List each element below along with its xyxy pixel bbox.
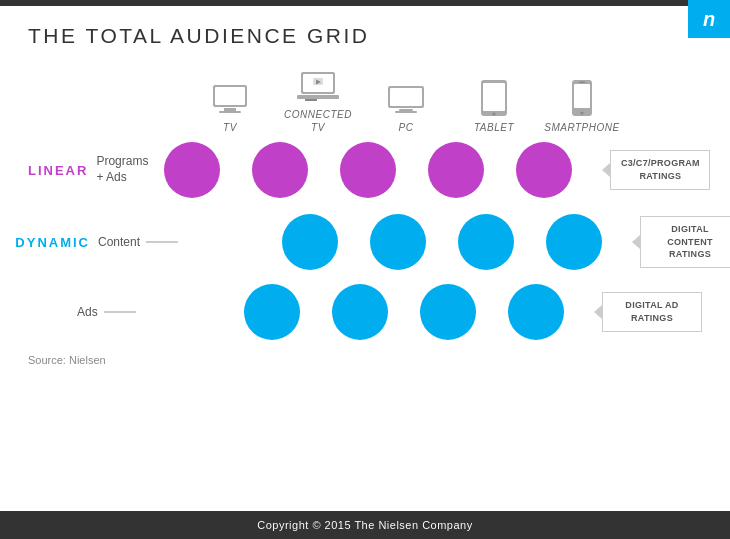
circle-ctv-content — [266, 214, 354, 270]
connected-tv-icon — [297, 70, 339, 104]
device-col-tv: TV — [186, 83, 274, 134]
tablet-icon — [479, 79, 509, 117]
circle-tv-linear — [148, 142, 236, 198]
device-label-pc: PC — [399, 121, 414, 134]
rating-tag-ads: DIGITAL AD RATINGS — [602, 292, 702, 331]
device-label-tablet: TABLET — [474, 121, 514, 134]
svg-rect-11 — [313, 99, 317, 101]
svg-point-18 — [493, 113, 496, 116]
svg-rect-1 — [215, 87, 245, 105]
linear-row-label: Programs+ Ads — [96, 154, 148, 185]
device-header-row: TV CONNECTEDTV — [186, 70, 702, 134]
pc-icon — [385, 83, 427, 117]
circle-ctv-ads — [228, 284, 316, 340]
circle-pc-ads — [316, 284, 404, 340]
svg-rect-20 — [574, 84, 590, 108]
circle-tv-ads — [140, 284, 228, 340]
svg-point-21 — [581, 112, 584, 115]
page-title: THE TOTAL AUDIENCE GRID — [28, 24, 702, 48]
svg-rect-2 — [224, 108, 236, 111]
circle-smartphone-ads — [492, 284, 580, 340]
svg-rect-10 — [309, 99, 313, 101]
device-col-connected-tv: CONNECTEDTV — [274, 70, 362, 134]
smartphone-icon — [571, 79, 593, 117]
linear-section: LINEAR Programs+ Ads — [28, 142, 702, 198]
circle-tablet-content — [442, 214, 530, 270]
svg-rect-22 — [579, 82, 585, 84]
circle-pc-content — [354, 214, 442, 270]
svg-rect-9 — [305, 99, 309, 101]
circle-pc-linear — [324, 142, 412, 198]
source-text: Source: Nielsen — [28, 354, 702, 366]
svg-rect-8 — [297, 95, 339, 99]
device-col-smartphone: SMARTPHONE — [538, 79, 626, 134]
circle-ctv-linear — [236, 142, 324, 198]
svg-rect-15 — [395, 111, 417, 113]
rating-tag-linear: C3/C7/PROGRAM RATINGS — [610, 150, 710, 189]
dynamic-ads-label: Ads — [77, 305, 98, 319]
linear-label: LINEAR — [28, 163, 88, 178]
content-dash — [146, 241, 178, 243]
svg-rect-3 — [219, 111, 241, 113]
dynamic-content-label: Content — [98, 235, 140, 249]
svg-rect-17 — [483, 83, 505, 111]
tv-icon — [209, 83, 251, 117]
device-col-pc: PC — [362, 83, 450, 134]
svg-rect-14 — [399, 109, 413, 111]
footer: Copyright © 2015 The Nielsen Company — [0, 511, 730, 539]
dynamic-label: DYNAMIC — [15, 235, 90, 250]
dynamic-section: DYNAMIC Content — [28, 214, 702, 350]
rating-tag-content: DIGITAL CONTENT RATINGS — [640, 216, 730, 268]
device-label-smartphone: SMARTPHONE — [544, 121, 619, 134]
device-label-tv: TV — [223, 121, 237, 134]
circle-smartphone-linear — [500, 142, 588, 198]
circle-tablet-linear — [412, 142, 500, 198]
dynamic-ads-row: Ads — [28, 284, 702, 340]
ads-dash — [104, 311, 136, 313]
device-label-connected-tv: CONNECTEDTV — [284, 108, 352, 134]
dynamic-content-row: DYNAMIC Content — [28, 214, 702, 270]
circle-smartphone-content — [530, 214, 618, 270]
circle-tablet-ads — [404, 284, 492, 340]
circle-tv-content — [178, 214, 266, 270]
svg-rect-13 — [390, 88, 422, 106]
device-col-tablet: TABLET — [450, 79, 538, 134]
